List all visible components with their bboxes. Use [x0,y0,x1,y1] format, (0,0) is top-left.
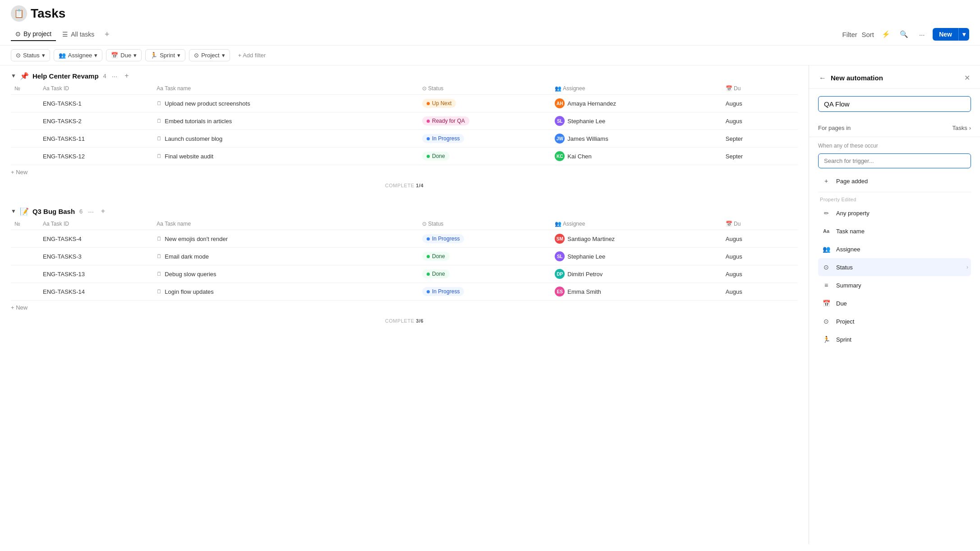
filter-due[interactable]: 📅 Due ▾ [106,49,142,61]
project-add-q3[interactable]: + [99,206,107,216]
status-col-icon: ⊙ [422,85,427,92]
row-num [11,130,39,148]
automation-name-input[interactable] [818,96,971,112]
new-button-chevron[interactable]: ▾ [958,28,969,41]
project-more-help-center[interactable]: ··· [110,71,120,81]
trigger-item-left: 🏃 Sprint [821,334,851,345]
task-status: Up Next [419,95,551,112]
panel-header-left: ← New automation [818,73,883,83]
table-row[interactable]: ENG-TASKS-12 🗒 Final website audit Done [11,148,798,165]
add-view-button[interactable]: + [101,28,113,41]
status-badge: Done [422,152,450,161]
table-row[interactable]: ENG-TASKS-14 🗒 Login flow updates In Pro… [11,283,798,301]
col-header-due: 📅 Du [722,218,798,230]
tab-all-tasks[interactable]: ☰ All tasks [58,28,99,41]
task-assignee: ES Emma Smith [551,283,722,301]
task-type-icon: 🗒 [156,153,162,159]
page-icon: 📋 [11,5,27,22]
table-row[interactable]: ENG-TASKS-1 🗒 Upload new product screens… [11,95,798,112]
panel-close-button[interactable]: ✕ [963,73,971,83]
for-pages-value[interactable]: Tasks › [952,125,971,131]
task-status: In Progress [419,283,551,301]
complete-bar-help-center: COMPLETE 1/4 [11,179,798,194]
filter-button[interactable]: Filter [842,27,857,42]
task-due: Augus [722,248,798,265]
table-row[interactable]: ENG-TASKS-11 🗒 Launch customer blog In P… [11,130,798,148]
project-add-help-center[interactable]: + [123,71,130,81]
trigger-item-page-added[interactable]: + Page added [818,172,971,190]
task-due: Augus [722,112,798,130]
trigger-item-task-name[interactable]: Aa Task name [818,222,971,240]
col-header-taskname: Aa Task name [153,83,419,95]
avatar: ES [555,287,565,296]
table-row[interactable]: ENG-TASKS-3 🗒 Email dark mode Done [11,248,798,265]
task-id: ENG-TASKS-12 [39,148,153,165]
task-id: ENG-TASKS-13 [39,265,153,283]
add-task-help-center[interactable]: + New [11,165,798,179]
filter-status[interactable]: ⊙ Status ▾ [11,49,50,61]
toolbar-left: ⊙ By project ☰ All tasks + [11,28,113,41]
task-due: Septer [722,148,798,165]
status-dot [427,273,430,276]
sort-button[interactable]: Sort [860,27,875,42]
search-button[interactable]: 🔍 [897,27,911,42]
row-num [11,230,39,248]
task-id: ENG-TASKS-3 [39,248,153,265]
row-num [11,112,39,130]
project-group-q3-bug-bash: ▼ 📝 Q3 Bug Bash 6 ··· + № Aa Task ID Aa … [11,201,798,329]
lightning-button[interactable]: ⚡ [879,27,893,42]
project-more-q3[interactable]: ··· [86,207,96,216]
tab-by-project[interactable]: ⊙ By project [11,28,56,41]
trigger-item-sprint[interactable]: 🏃 Sprint [818,330,971,348]
trigger-item-label: Due [836,300,847,307]
trigger-item-any-property[interactable]: ✏ Any property [818,204,971,222]
filter-assignee[interactable]: 👥 Assignee ▾ [54,49,102,61]
trigger-item-status[interactable]: ⊙ Status › [818,258,971,276]
table-row[interactable]: ENG-TASKS-13 🗒 Debug slow queries Done [11,265,798,283]
table-row[interactable]: ENG-TASKS-2 🗒 Embed tutorials in article… [11,112,798,130]
avatar: JW [555,134,565,144]
table-header-row: № Aa Task ID Aa Task name ⊙ Status 👥 Ass… [11,83,798,95]
task-name-cell: 🗒 Final website audit [153,148,419,165]
trigger-item-summary[interactable]: ≡ Summary [818,276,971,294]
task-table-q3: № Aa Task ID Aa Task name ⊙ Status 👥 Ass… [11,218,798,301]
task-type-icon: 🗒 [156,118,162,124]
sprint-filter-icon: 🏃 [150,52,157,59]
task-name-cell: 🗒 Embed tutorials in articles [153,112,419,130]
trigger-item-label: Sprint [836,336,851,343]
status-dot [427,120,430,123]
project-header-help-center[interactable]: ▼ 📌 Help Center Revamp 4 ··· + [11,65,798,83]
filter-project[interactable]: ⊙ Project ▾ [189,49,230,61]
trigger-item-left: Aa Task name [821,226,865,236]
page-title: Tasks [31,6,65,21]
add-filter-button[interactable]: + Add filter [234,50,271,61]
task-assignee: DP Dimitri Petrov [551,265,722,283]
task-id: ENG-TASKS-11 [39,130,153,148]
trigger-search-input[interactable] [818,153,971,168]
new-button[interactable]: New ▾ [933,28,969,41]
trigger-item-due[interactable]: 📅 Due [818,294,971,312]
assignee-col-icon: 👥 [555,221,561,227]
automation-panel: ← New automation ✕ For pages in Tasks › … [809,65,980,544]
table-row[interactable]: ENG-TASKS-4 🗒 New emojis don't render In… [11,230,798,248]
add-task-q3[interactable]: + New [11,301,798,315]
project-header-q3[interactable]: ▼ 📝 Q3 Bug Bash 6 ··· + [11,201,798,218]
taskname-icon: Aa [156,85,163,92]
task-status: Done [419,148,551,165]
project-group-help-center: ▼ 📌 Help Center Revamp 4 ··· + № Aa Task… [11,65,798,194]
task-due: Augus [722,95,798,112]
avatar: AH [555,98,565,108]
trigger-item-assignee[interactable]: 👥 Assignee [818,240,971,258]
col-header-assignee: 👥 Assignee [551,83,722,95]
project-count-q3: 6 [79,208,83,215]
more-button[interactable]: ··· [915,27,929,42]
task-name-cell: 🗒 Login flow updates [153,283,419,301]
panel-back-button[interactable]: ← [818,73,827,83]
assignee-filter-icon: 👥 [59,52,66,59]
filter-sprint[interactable]: 🏃 Sprint ▾ [145,49,185,61]
trigger-item-project[interactable]: ⊙ Project [818,312,971,330]
col-header-status: ⊙ Status [419,83,551,95]
row-num [11,265,39,283]
complete-bar-q3: COMPLETE 3/6 [11,315,798,329]
status-badge: Up Next [422,99,456,108]
